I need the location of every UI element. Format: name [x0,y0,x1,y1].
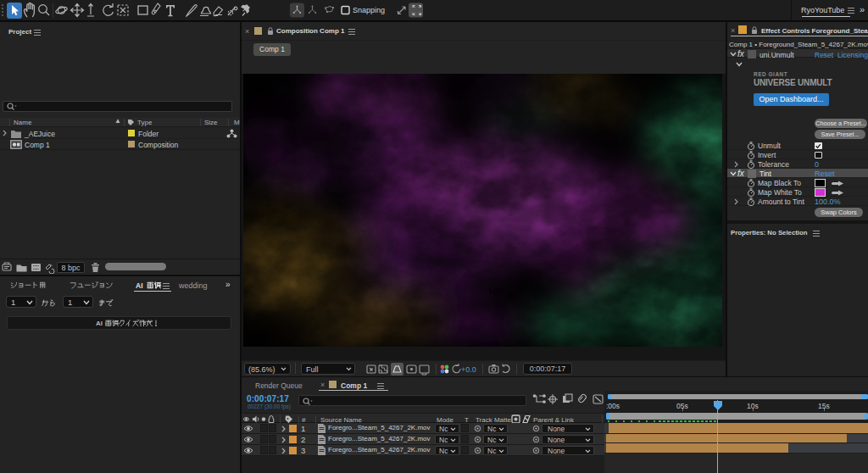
svg-text:+0.0: +0.0 [461,365,476,374]
